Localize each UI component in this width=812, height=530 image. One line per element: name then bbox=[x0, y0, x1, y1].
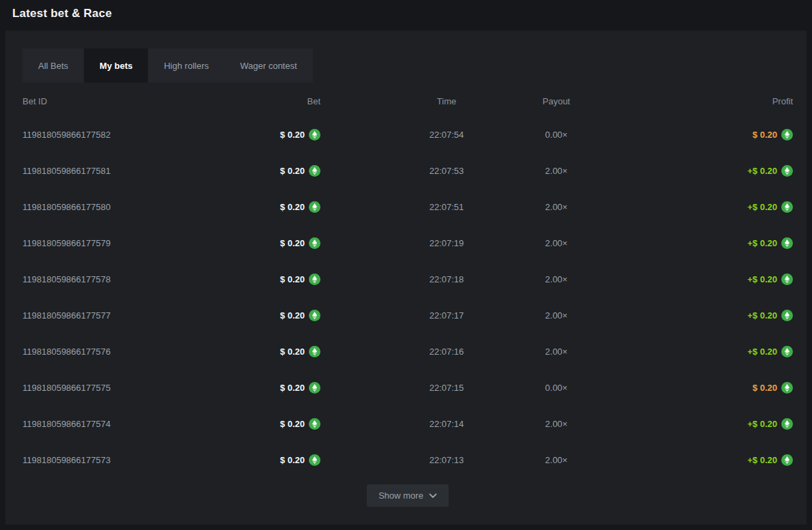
bet-time: 22:07:13 bbox=[320, 455, 518, 465]
coin-icon bbox=[309, 129, 320, 141]
bet-amount: $ 0.20 bbox=[186, 454, 320, 466]
bet-id: 119818059866177577 bbox=[22, 310, 186, 321]
bet-id: 119818059866177582 bbox=[22, 130, 186, 140]
coin-icon bbox=[309, 165, 320, 177]
show-more-button[interactable]: Show more bbox=[367, 484, 449, 507]
coin-icon bbox=[309, 201, 320, 213]
bet-time: 22:07:16 bbox=[320, 347, 518, 357]
coin-icon bbox=[781, 418, 793, 430]
tab-wager-contest[interactable]: Wager contest bbox=[224, 48, 312, 83]
bet-time: 22:07:53 bbox=[320, 166, 518, 176]
coin-icon bbox=[781, 274, 793, 285]
section-header: Latest bet & Race bbox=[0, 0, 812, 27]
bet-id: 119818059866177579 bbox=[22, 238, 186, 248]
bet-profit: +$ 0.20 bbox=[595, 237, 793, 249]
tab-my-bets[interactable]: My bets bbox=[84, 48, 148, 83]
coin-icon bbox=[309, 346, 320, 357]
bet-payout: 2.00× bbox=[518, 238, 595, 248]
bet-amount: $ 0.20 bbox=[186, 310, 320, 321]
coin-icon bbox=[309, 237, 320, 249]
table-row[interactable]: 119818059866177579 $ 0.20 22:07:19 2.00×… bbox=[22, 225, 793, 261]
bet-amount: $ 0.20 bbox=[186, 274, 320, 285]
bet-id: 119818059866177580 bbox=[22, 202, 186, 212]
column-header-payout: Payout bbox=[518, 96, 595, 106]
coin-icon bbox=[309, 454, 320, 466]
bet-profit: +$ 0.20 bbox=[595, 310, 793, 321]
bet-amount: $ 0.20 bbox=[186, 346, 320, 357]
tab-high-rollers[interactable]: High rollers bbox=[148, 48, 224, 83]
column-header-time: Time bbox=[320, 96, 518, 106]
table-row[interactable]: 119818059866177580 $ 0.20 22:07:51 2.00×… bbox=[22, 189, 793, 225]
table-row[interactable]: 119818059866177573 $ 0.20 22:07:13 2.00×… bbox=[22, 442, 793, 478]
bet-time: 22:07:15 bbox=[320, 383, 518, 393]
column-header-bet-id: Bet ID bbox=[22, 96, 186, 106]
table-row[interactable]: 119818059866177582 $ 0.20 22:07:54 0.00×… bbox=[22, 117, 793, 153]
tab-label: My bets bbox=[100, 61, 132, 71]
bet-id: 119818059866177574 bbox=[22, 419, 186, 429]
bet-amount: $ 0.20 bbox=[186, 165, 320, 177]
table-row[interactable]: 119818059866177578 $ 0.20 22:07:18 2.00×… bbox=[22, 261, 793, 297]
bets-tabs: All Bets My bets High rollers Wager cont… bbox=[22, 48, 313, 83]
bet-payout: 2.00× bbox=[518, 166, 595, 176]
bet-payout: 0.00× bbox=[518, 130, 595, 140]
bet-id: 119818059866177573 bbox=[22, 455, 186, 465]
chevron-down-icon bbox=[429, 493, 437, 499]
table-row[interactable]: 119818059866177576 $ 0.20 22:07:16 2.00×… bbox=[22, 334, 793, 370]
bet-profit: +$ 0.20 bbox=[595, 346, 793, 357]
coin-icon bbox=[309, 418, 320, 430]
coin-icon bbox=[309, 382, 320, 394]
coin-icon bbox=[781, 201, 793, 213]
coin-icon bbox=[781, 129, 793, 141]
show-more-label: Show more bbox=[378, 490, 423, 501]
coin-icon bbox=[781, 310, 793, 321]
table-row[interactable]: 119818059866177581 $ 0.20 22:07:53 2.00×… bbox=[22, 153, 793, 189]
bets-panel: All Bets My bets High rollers Wager cont… bbox=[5, 31, 807, 525]
bet-payout: 2.00× bbox=[518, 274, 595, 284]
page-title: Latest bet & Race bbox=[12, 7, 112, 20]
table-row[interactable]: 119818059866177577 $ 0.20 22:07:17 2.00×… bbox=[22, 297, 793, 334]
tab-label: Wager contest bbox=[240, 61, 297, 71]
bet-payout: 2.00× bbox=[518, 310, 595, 321]
bet-amount: $ 0.20 bbox=[186, 418, 320, 430]
coin-icon bbox=[781, 165, 793, 177]
tab-label: High rollers bbox=[164, 61, 209, 71]
bet-id: 119818059866177576 bbox=[22, 347, 186, 357]
bet-payout: 2.00× bbox=[518, 202, 595, 212]
coin-icon bbox=[781, 454, 793, 466]
bet-amount: $ 0.20 bbox=[186, 129, 320, 141]
bet-id: 119818059866177581 bbox=[22, 166, 186, 176]
bet-profit: +$ 0.20 bbox=[595, 418, 793, 430]
table-row[interactable]: 119818059866177574 $ 0.20 22:07:14 2.00×… bbox=[22, 406, 793, 442]
column-header-bet: Bet bbox=[186, 96, 320, 106]
bet-amount: $ 0.20 bbox=[186, 382, 320, 394]
bet-time: 22:07:17 bbox=[320, 310, 518, 321]
bet-time: 22:07:18 bbox=[320, 274, 518, 284]
tab-all-bets[interactable]: All Bets bbox=[22, 48, 84, 83]
bet-profit: $ 0.20 bbox=[595, 382, 793, 394]
bet-time: 22:07:14 bbox=[320, 419, 518, 429]
bet-time: 22:07:51 bbox=[320, 202, 518, 212]
tab-label: All Bets bbox=[38, 61, 68, 71]
column-header-profit: Profit bbox=[595, 96, 793, 106]
bet-profit: $ 0.20 bbox=[595, 129, 793, 141]
table-body: 119818059866177582 $ 0.20 22:07:54 0.00×… bbox=[22, 117, 793, 478]
bet-profit: +$ 0.20 bbox=[595, 165, 793, 177]
bet-amount: $ 0.20 bbox=[186, 201, 320, 213]
coin-icon bbox=[309, 310, 320, 321]
bet-amount: $ 0.20 bbox=[186, 237, 320, 249]
bet-payout: 2.00× bbox=[518, 347, 595, 357]
coin-icon bbox=[309, 274, 320, 285]
coin-icon bbox=[781, 346, 793, 357]
bet-id: 119818059866177578 bbox=[22, 274, 186, 284]
bet-payout: 2.00× bbox=[518, 455, 595, 465]
bet-profit: +$ 0.20 bbox=[595, 454, 793, 466]
bet-time: 22:07:54 bbox=[320, 130, 518, 140]
table-header: Bet ID Bet Time Payout Profit bbox=[22, 85, 793, 117]
bet-id: 119818059866177575 bbox=[22, 383, 186, 393]
bet-profit: +$ 0.20 bbox=[595, 274, 793, 285]
bet-payout: 0.00× bbox=[518, 383, 595, 393]
coin-icon bbox=[781, 382, 793, 394]
table-row[interactable]: 119818059866177575 $ 0.20 22:07:15 0.00×… bbox=[22, 370, 793, 406]
bet-payout: 2.00× bbox=[518, 419, 595, 429]
coin-icon bbox=[781, 237, 793, 249]
